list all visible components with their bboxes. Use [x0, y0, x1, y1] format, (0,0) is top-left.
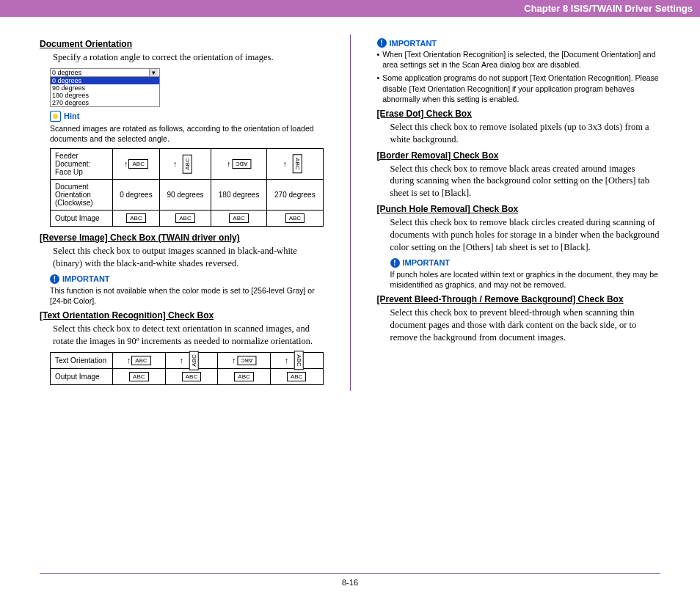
orientation-table-1: Feeder Document: Face Up ↑ABC ↑ABC ↑ABC … [50, 148, 324, 227]
important-label: IMPORTANT [390, 39, 437, 48]
text-reverse-image: Select this check box to output images s… [53, 245, 324, 270]
table-row-label: Document Orientation (Clockwise) [51, 180, 113, 211]
table-row-label: Text Orientation [51, 353, 113, 369]
dropdown-angle[interactable]: 0 degrees▾ 0 degrees 90 degrees 180 degr… [50, 68, 324, 107]
bullet-item: •When [Text Orientation Recognition] is … [377, 49, 661, 70]
text-erase-dot: Select this check box to remove isolated… [390, 121, 661, 146]
table-row-label: Output Image [51, 211, 113, 227]
dropdown-option[interactable]: 180 degrees [51, 92, 159, 99]
dropdown-option[interactable]: 90 degrees [51, 84, 159, 92]
important-badge: ! IMPORTANT [377, 38, 661, 48]
heading-reverse-image: [Reverse Image] Check Box (TWAIN driver … [40, 233, 324, 243]
page-footer: 8-16 [0, 573, 700, 587]
dropdown-selected[interactable]: 0 degrees [51, 77, 159, 84]
lightbulb-icon [50, 111, 61, 122]
page: Chapter 8 ISIS/TWAIN Driver Settings Doc… [0, 0, 700, 600]
left-column: Document Orientation Specify a rotation … [40, 34, 324, 391]
hint-text: Scanned images are rotated as follows, a… [50, 123, 324, 144]
heading-erase-dot: [Erase Dot] Check Box [377, 109, 661, 119]
table-row-label: Feeder Document: Face Up [51, 149, 113, 180]
content-area: Document Orientation Specify a rotation … [0, 17, 700, 391]
orientation-table-2: Text Orientation ↑ABC ↑ABC ↑ABC ↑ABC Out… [50, 352, 324, 385]
important-text: This function is not available when the … [50, 285, 324, 306]
heading-punch-hole: [Punch Hole Removal] Check Box [377, 204, 661, 214]
exclamation-icon: ! [50, 274, 59, 284]
right-column: ! IMPORTANT •When [Text Orientation Reco… [377, 34, 661, 391]
text-bleed-through: Select this check box to prevent bleed-t… [390, 307, 661, 344]
dropdown-value: 0 degrees [52, 69, 81, 76]
exclamation-icon: ! [377, 38, 387, 48]
important-label: IMPORTANT [62, 274, 110, 283]
hint-label: Hint [64, 111, 79, 120]
chevron-down-icon[interactable]: ▾ [149, 69, 158, 76]
page-number: 8-16 [342, 578, 358, 587]
important-label: IMPORTANT [403, 258, 451, 267]
chapter-header: Chapter 8 ISIS/TWAIN Driver Settings [0, 0, 700, 17]
text-punch-hole: Select this check box to remove black ci… [390, 216, 661, 254]
important-badge: ! IMPORTANT [50, 274, 324, 284]
table-row-label: Output Image [51, 369, 113, 385]
heading-doc-orientation: Document Orientation [40, 39, 324, 49]
bullet-item: •Some application programs do not suppor… [377, 73, 661, 104]
important-badge: ! IMPORTANT [390, 258, 661, 268]
heading-border-removal: [Border Removal] Check Box [377, 150, 661, 161]
column-divider [350, 34, 351, 391]
text-border-removal: Select this check box to remove black ar… [390, 163, 661, 200]
text-text-orientation: Select this check box to detect text ori… [53, 323, 324, 348]
heading-text-orientation: [Text Orientation Recognition] Check Box [40, 310, 324, 321]
dropdown-option[interactable]: 270 degrees [51, 99, 159, 106]
heading-bleed-through: [Prevent Bleed-Through / Remove Backgrou… [377, 294, 661, 304]
important-text: If punch holes are located within text o… [390, 269, 661, 290]
hint-badge: Hint [50, 111, 324, 122]
text-doc-orientation: Specify a rotation angle to correct the … [53, 51, 324, 64]
exclamation-icon: ! [390, 258, 400, 268]
